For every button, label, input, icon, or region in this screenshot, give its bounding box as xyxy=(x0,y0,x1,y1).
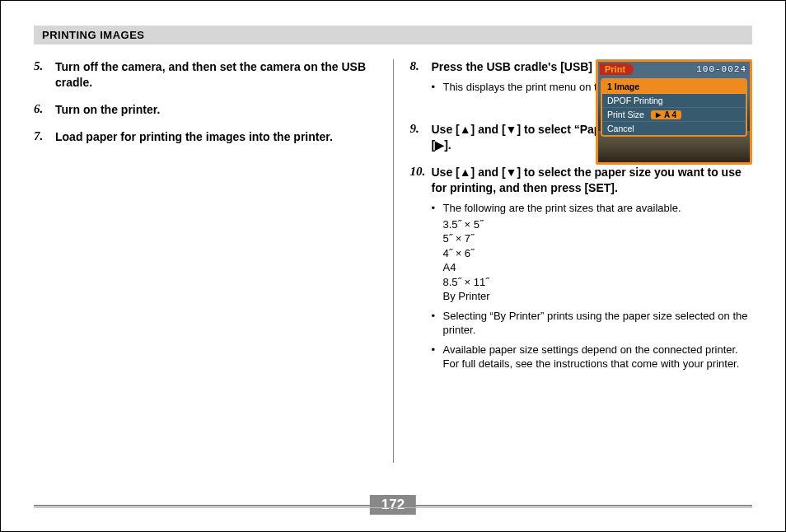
right-column: 8. Press the USB cradle's [USB] button. … xyxy=(394,59,753,471)
print-size-list: 3.5˝ × 5˝ 5˝ × 7˝ 4˝ × 6˝ A4 8.5˝ × 11˝ … xyxy=(443,217,753,304)
triangle-right-icon: ▶ xyxy=(656,111,661,119)
camera-screen: Print 100-0024 1 Image DPOF Printing Pri… xyxy=(596,59,752,165)
step-number: 5. xyxy=(34,59,55,91)
step-title: Turn on the printer. xyxy=(55,103,160,116)
print-size: By Printer xyxy=(443,289,753,304)
camera-menu-item-image: 1 Image xyxy=(602,80,746,94)
step-10: 10. Use [▲] and [▼] to select the paper … xyxy=(410,165,753,376)
print-size: A4 xyxy=(443,260,753,275)
content-columns: 5. Turn off the camera, and then set the… xyxy=(34,59,752,471)
step-bullet: Available paper size settings depend on … xyxy=(432,343,753,371)
print-size: 5˝ × 7˝ xyxy=(443,231,753,246)
left-column: 5. Turn off the camera, and then set the… xyxy=(34,59,393,471)
camera-menu-label: Print Size xyxy=(607,110,644,119)
camera-menu: 1 Image DPOF Printing Print Size ▶A 4 Ca… xyxy=(601,78,747,137)
step-number: 6. xyxy=(34,102,55,118)
section-header: PRINTING IMAGES xyxy=(34,26,752,44)
manual-page: PRINTING IMAGES 5. Turn off the camera, … xyxy=(0,0,786,532)
step-number: 10. xyxy=(410,165,432,376)
step-bullet: The following are the print sizes that a… xyxy=(432,201,753,304)
step-title: Use [▲] and [▼] to select the paper size… xyxy=(432,166,742,194)
step-number: 8. xyxy=(410,59,432,99)
print-size: 3.5˝ × 5˝ xyxy=(443,217,753,232)
camera-menu-item-dpof: DPOF Printing xyxy=(602,94,746,108)
camera-menu-item-printsize: Print Size ▶A 4 xyxy=(602,108,746,122)
step-7: 7. Load paper for printing the images in… xyxy=(34,129,377,145)
footer-rule: 172 xyxy=(34,505,752,506)
step-5: 5. Turn off the camera, and then set the… xyxy=(34,59,377,91)
step-bullet: Selecting “By Printer” prints using the … xyxy=(432,309,753,338)
step-title: Load paper for printing the images into … xyxy=(55,130,333,143)
camera-file-number: 100-0024 xyxy=(696,64,746,74)
camera-mode-label: Print xyxy=(600,63,634,75)
print-size: 8.5˝ × 11˝ xyxy=(443,275,753,290)
step-number: 9. xyxy=(410,122,432,153)
camera-menu-item-cancel: Cancel xyxy=(602,122,746,135)
step-number: 7. xyxy=(34,129,55,145)
print-size: 4˝ × 6˝ xyxy=(443,246,753,261)
step-6: 6. Turn on the printer. xyxy=(34,102,377,118)
camera-menu-value: ▶A 4 xyxy=(651,110,681,119)
step-title: Turn off the camera, and then set the ca… xyxy=(55,60,366,89)
page-number: 172 xyxy=(370,495,416,515)
page-footer: 172 xyxy=(34,505,752,506)
